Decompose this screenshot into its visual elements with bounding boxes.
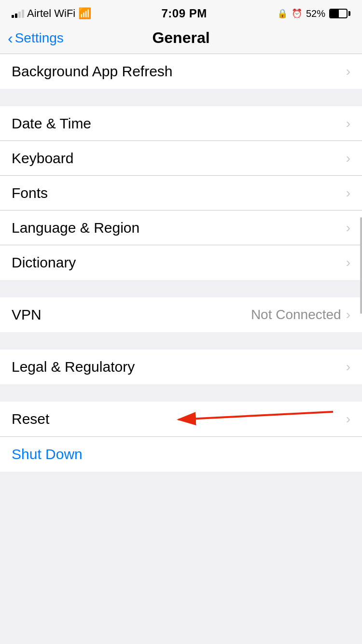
item-label-dictionary: Dictionary [12,254,76,271]
list-item-legal-regulatory[interactable]: Legal & Regulatory › [0,350,362,384]
list-item-reset[interactable]: Reset › [0,402,362,436]
scrollbar-thumb [360,217,362,314]
chevron-right-icon: › [346,255,350,270]
chevron-right-icon: › [346,151,350,166]
list-item-fonts[interactable]: Fonts › [0,176,362,210]
back-label: Settings [15,30,64,46]
signal-bar-2 [15,14,17,18]
svg-line-1 [179,412,333,420]
page-title: General [152,29,209,47]
item-label-shutdown: Shut Down [12,446,83,462]
middle-section: Date & Time › Keyboard › Fonts › Langu [0,106,362,280]
list-item-vpn[interactable]: VPN Not Connected › [0,297,362,332]
nav-bar: ‹ Settings General [0,24,362,54]
signal-bar-1 [12,15,14,18]
separator-2 [0,280,362,297]
status-left: Airtel WiFi 📶 [12,7,91,20]
item-label-date-time: Date & Time [12,115,91,132]
list-item-shutdown[interactable]: Shut Down [0,437,362,472]
item-label-language-region: Language & Region [12,220,139,236]
chevron-right-icon: › [346,411,350,427]
separator-3 [0,332,362,350]
item-label-reset: Reset [12,411,49,427]
separator-1 [0,89,362,106]
chevron-right-icon: › [346,64,350,79]
carrier-name: Airtel WiFi [27,7,75,20]
bottom-padding [0,472,362,501]
alarm-icon: ⏰ [292,8,302,19]
signal-bar-4 [22,10,24,18]
chevron-right-icon: › [346,220,350,236]
scrollbar-track [359,24,362,644]
vpn-status: Not Connected [251,307,341,322]
content: Background App Refresh › Date & Time › K… [0,54,362,501]
battery-percentage: 52% [306,8,325,19]
wifi-icon: 📶 [78,7,91,20]
shutdown-section: Shut Down [0,437,362,472]
item-label-fonts: Fonts [12,185,48,201]
chevron-right-icon: › [346,116,350,131]
red-arrow-annotation [150,407,333,431]
lock-icon: 🔒 [277,8,288,19]
list-item-language-region[interactable]: Language & Region › [0,210,362,245]
separator-4 [0,384,362,402]
status-right: 🔒 ⏰ 52% [277,8,350,19]
item-label-keyboard: Keyboard [12,150,73,167]
list-item-date-time[interactable]: Date & Time › [0,106,362,141]
back-chevron-icon: ‹ [8,30,13,46]
signal-bars [12,9,24,18]
chevron-right-icon: › [346,307,350,322]
chevron-right-icon: › [346,359,350,375]
signal-bar-3 [18,12,21,18]
status-bar: Airtel WiFi 📶 7:09 PM 🔒 ⏰ 52% [0,0,362,24]
legal-section: Legal & Regulatory › [0,350,362,384]
list-item-keyboard[interactable]: Keyboard › [0,141,362,176]
back-button[interactable]: ‹ Settings [8,30,64,46]
item-label-legal-regulatory: Legal & Regulatory [12,359,135,375]
top-section: Background App Refresh › [0,54,362,89]
vpn-section: VPN Not Connected › [0,297,362,332]
battery-nub [348,11,350,16]
list-item-dictionary[interactable]: Dictionary › [0,245,362,280]
item-label-vpn: VPN [12,307,42,323]
battery-indicator [329,9,350,18]
item-label-background-app-refresh: Background App Refresh [12,63,173,80]
list-item-background-app-refresh[interactable]: Background App Refresh › [0,54,362,89]
status-time: 7:09 PM [161,7,207,20]
battery-body [329,9,348,18]
reset-section: Reset › [0,402,362,436]
chevron-right-icon: › [346,185,350,201]
battery-fill [330,10,339,17]
